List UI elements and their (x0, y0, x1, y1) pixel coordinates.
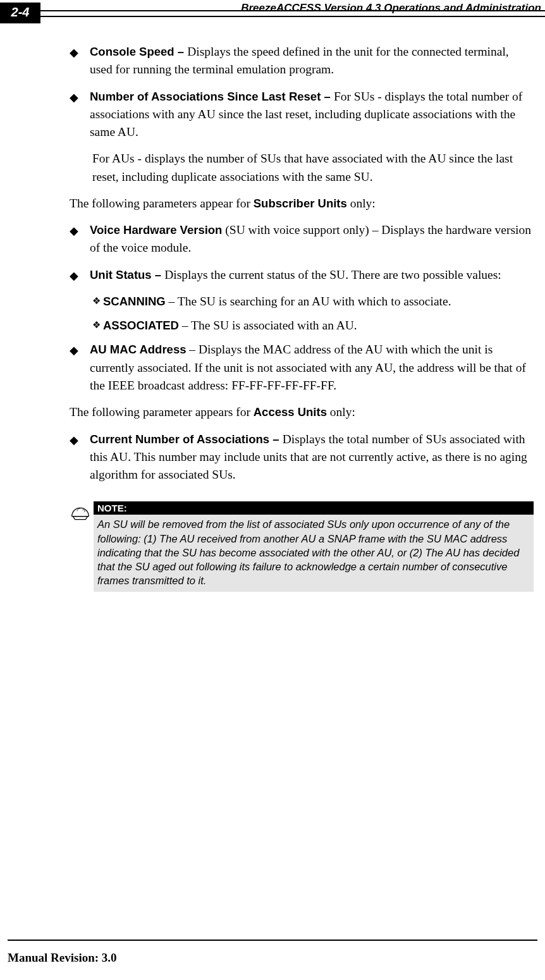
bullet-voice-hw: ◆ Voice Hardware Version (SU with voice … (70, 221, 534, 257)
sub-bullet-associated: ❖ ASSOCIATED – The SU is associated with… (92, 317, 534, 334)
lead-label: ASSOCIATED (103, 319, 179, 332)
intro-bold: Subscriber Units (254, 197, 347, 210)
bullet-text: AU MAC Address – Displays the MAC addres… (90, 341, 534, 395)
bullet-unit-status: ◆ Unit Status – Displays the current sta… (70, 266, 534, 284)
intro-bold: Access Units (254, 405, 327, 419)
page-footer: Manual Revision: 3.0 (8, 940, 537, 965)
diamond-icon: ◆ (70, 267, 78, 284)
note-block: NOTE: An SU will be removed from the lis… (70, 501, 534, 591)
footer-rule (8, 940, 537, 941)
lead-label: Number of Associations Since Last Reset … (90, 90, 334, 103)
diamond-icon: ◆ (70, 432, 78, 484)
lead-label: AU MAC Address (90, 343, 186, 356)
note-content: NOTE: An SU will be removed from the lis… (94, 501, 534, 591)
bullet-current-num: ◆ Current Number of Associations – Displ… (70, 431, 534, 484)
diamond-icon: ◆ (70, 342, 78, 395)
bullet-text: Number of Associations Since Last Reset … (90, 88, 534, 142)
bullet-text: Current Number of Associations – Display… (90, 431, 534, 484)
au-intro: The following parameter appears for Acce… (70, 403, 534, 421)
lead-label: Console Speed – (90, 45, 187, 58)
bullet-text: Console Speed – Displays the speed defin… (90, 43, 534, 79)
header-rule (40, 10, 545, 11)
num-assoc-para2: For AUs - displays the number of SUs tha… (92, 150, 534, 186)
lead-label: Unit Status – (90, 268, 164, 281)
diamond-icon: ◆ (70, 89, 78, 142)
clover-icon: ❖ (92, 295, 101, 310)
body-span: Displays the current status of the SU. T… (164, 268, 501, 281)
note-header: NOTE: (94, 501, 534, 515)
page-header: 2-4 BreezeACCESS Version 4.3 Operations … (0, 0, 545, 25)
note-body: An SU will be removed from the list of a… (94, 515, 534, 591)
su-intro: The following parameters appear for Subs… (70, 195, 534, 212)
lead-label: Current Number of Associations – (90, 432, 283, 446)
bullet-au-mac: ◆ AU MAC Address – Displays the MAC addr… (70, 341, 534, 395)
page-content: ◆ Console Speed – Displays the speed def… (0, 25, 545, 592)
body-span: – The SU is associated with an AU. (179, 319, 357, 332)
note-icon (70, 501, 94, 591)
bullet-num-assoc: ◆ Number of Associations Since Last Rese… (70, 88, 534, 142)
sub-bullet-text: SCANNING – The SU is searching for an AU… (103, 293, 534, 310)
bullet-console-speed: ◆ Console Speed – Displays the speed def… (70, 43, 534, 79)
diamond-icon: ◆ (70, 223, 78, 257)
lead-label: Voice Hardware Version (90, 223, 222, 236)
body-span: – The SU is searching for an AU with whi… (166, 295, 451, 308)
intro-pre: The following parameter appears for (70, 405, 254, 419)
intro-post: only: (347, 197, 376, 210)
diamond-icon: ◆ (70, 44, 78, 79)
bullet-text: Unit Status – Displays the current statu… (90, 266, 534, 284)
sub-bullet-scanning: ❖ SCANNING – The SU is searching for an … (92, 293, 534, 310)
intro-pre: The following parameters appear for (70, 197, 254, 210)
bullet-text: Voice Hardware Version (SU with voice su… (90, 221, 534, 257)
footer-text: Manual Revision: 3.0 (8, 951, 537, 965)
lead-label: SCANNING (103, 295, 166, 308)
header-title: BreezeACCESS Version 4.3 Operations and … (40, 2, 545, 17)
intro-post: only: (327, 405, 355, 419)
clover-icon: ❖ (92, 319, 101, 334)
sub-bullet-text: ASSOCIATED – The SU is associated with a… (103, 317, 534, 334)
page-number-box: 2-4 (0, 3, 40, 23)
